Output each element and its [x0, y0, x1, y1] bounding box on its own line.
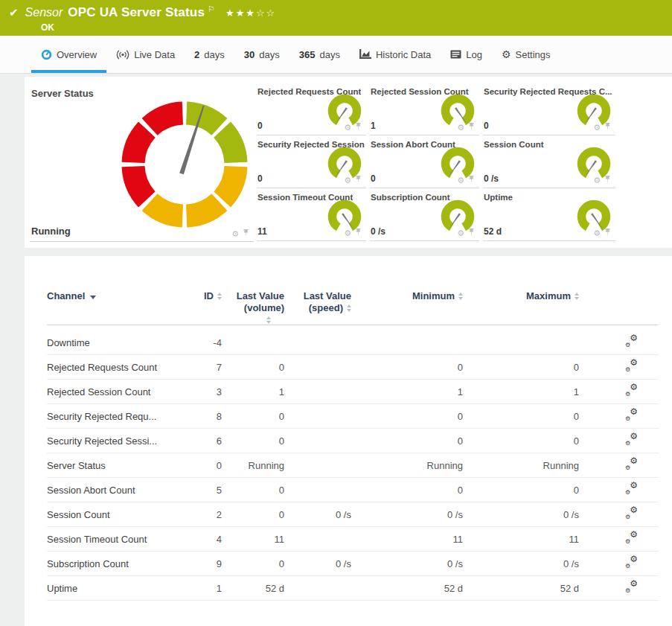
- table-header-row: Channel ID Last Value (volume) Last Valu…: [47, 290, 659, 325]
- gauge-value: 52 d: [484, 226, 502, 237]
- column-header-last-value-volume[interactable]: Last Value (volume): [222, 290, 284, 324]
- gauge-icon: [41, 49, 52, 60]
- tab-log[interactable]: Log: [441, 36, 492, 73]
- gear-icon[interactable]: ⚙: [344, 124, 351, 132]
- object-kind-label: Sensor: [25, 6, 63, 19]
- channel-settings-icon[interactable]: ⚙⚙: [625, 384, 638, 397]
- channel-settings-icon[interactable]: ⚙⚙: [625, 482, 638, 495]
- mini-gauge-grid: Rejected Requests Count 0 ⚙ Rejected Ses…: [257, 83, 615, 241]
- gear-icon: ⚙: [502, 48, 511, 60]
- channel-id: 4: [177, 534, 222, 545]
- maximum-value: 0: [463, 411, 579, 422]
- gear-icon[interactable]: ⚙: [593, 176, 601, 185]
- table-row-subscription-count: Subscription Count 9 0 0 /s 0 /s 0 /s ⚙⚙: [47, 552, 659, 576]
- table-row-uptime: Uptime 1 52 d 52 d 52 d ⚙⚙: [47, 576, 659, 601]
- pin-icon[interactable]: [604, 228, 612, 237]
- panel-corner-icons: ⚙: [593, 175, 612, 185]
- pin-icon[interactable]: [467, 228, 476, 237]
- gauge-panel-rejected-session-count: Rejected Session Count 1 ⚙: [370, 83, 479, 135]
- pin-icon[interactable]: [242, 229, 250, 238]
- gear-icon[interactable]: ⚙: [344, 229, 351, 237]
- channel-settings-icon[interactable]: ⚙⚙: [625, 433, 638, 446]
- column-header-maximum[interactable]: Maximum: [463, 290, 579, 302]
- channel-settings-icon[interactable]: ⚙⚙: [625, 581, 638, 593]
- signal-icon: [116, 50, 129, 60]
- tab-label: Overview: [57, 49, 97, 60]
- table-row-session-abort-count: Session Abort Count 5 0 0 0 ⚙⚙: [47, 478, 659, 502]
- table-row-security-rejected-requests: Security Rejected Requ... 8 0 0 0 ⚙⚙: [47, 404, 659, 429]
- tab-historic-data[interactable]: Historic Data: [350, 36, 441, 73]
- tab-overview[interactable]: Overview: [31, 36, 106, 73]
- last-value-volume: 0: [222, 509, 284, 520]
- minimum-value: 0: [351, 435, 463, 447]
- last-value-volume: 0: [222, 435, 284, 447]
- table-row-rejected-session-count: Rejected Session Count 3 1 1 1 ⚙⚙: [47, 380, 659, 404]
- panel-corner-icons: ⚙: [344, 122, 362, 132]
- channel-id: 1: [177, 583, 222, 594]
- channel-settings-icon[interactable]: ⚙⚙: [625, 409, 638, 421]
- table-row-downtime: Downtime -4 ⚙⚙: [47, 330, 659, 355]
- gear-icon[interactable]: ⚙: [231, 230, 239, 238]
- channel-name: Uptime: [47, 583, 177, 594]
- gauge-panel-subscription-count: Subscription Count 0 /s ⚙: [370, 188, 479, 241]
- panel-corner-icons: ⚙: [344, 228, 362, 237]
- tab-settings[interactable]: ⚙ Settings: [492, 36, 560, 73]
- column-header-minimum[interactable]: Minimum: [351, 290, 463, 302]
- channel-settings-icon[interactable]: ⚙⚙: [625, 556, 638, 569]
- column-header-last-value-speed[interactable]: Last Value (speed): [284, 290, 351, 314]
- column-label: Last Value: [304, 290, 351, 302]
- tab-live-data[interactable]: Live Data: [106, 36, 185, 73]
- tab-30-days[interactable]: 30 days: [234, 36, 289, 73]
- column-label: Minimum: [412, 290, 455, 302]
- gauge-value: 0: [484, 121, 489, 131]
- last-value-speed: 0 /s: [284, 509, 351, 520]
- gear-icon[interactable]: ⚙: [457, 229, 464, 237]
- channel-table: Channel ID Last Value (volume) Last Valu…: [25, 290, 672, 601]
- maximum-value: 52 d: [463, 583, 579, 594]
- pin-icon[interactable]: [604, 122, 612, 132]
- flag-icon[interactable]: ⚐: [208, 4, 215, 14]
- gear-icon[interactable]: ⚙: [457, 124, 464, 132]
- tab-2-days[interactable]: 2 days: [185, 36, 234, 73]
- gear-icon[interactable]: ⚙: [593, 124, 601, 132]
- channel-name: Rejected Session Count: [47, 386, 177, 397]
- sort-icon: [266, 316, 271, 324]
- channel-settings-icon[interactable]: ⚙⚙: [625, 335, 638, 348]
- gauge-title: Session Count: [484, 140, 544, 149]
- server-status-panel: Server Status Running ⚙: [30, 83, 254, 242]
- channel-settings-icon[interactable]: ⚙⚙: [625, 531, 638, 544]
- gauge-panel-uptime: Uptime 52 d ⚙: [483, 188, 615, 241]
- gear-icon[interactable]: ⚙: [593, 229, 601, 237]
- channel-settings-icon[interactable]: ⚙⚙: [625, 458, 638, 470]
- sensor-header-bar: ✔ Sensor OPC UA Server Status ⚐ ★★★☆☆ OK: [0, 0, 672, 36]
- channel-settings-icon[interactable]: ⚙⚙: [625, 360, 638, 372]
- gear-icon[interactable]: ⚙: [457, 176, 464, 185]
- column-label: Channel: [47, 290, 85, 301]
- tab-label: Log: [466, 49, 482, 60]
- channel-name: Downtime: [47, 337, 177, 348]
- channel-id: 2: [177, 509, 222, 520]
- gear-icon[interactable]: ⚙: [344, 176, 351, 185]
- channel-settings-icon[interactable]: ⚙⚙: [625, 507, 638, 520]
- minimum-value: 0 /s: [351, 509, 463, 520]
- pin-icon[interactable]: [467, 175, 476, 185]
- status-ok-check-icon: ✔: [9, 6, 19, 19]
- column-header-id[interactable]: ID: [177, 290, 222, 302]
- gauge-panel-session-abort-count: Session Abort Count 0 ⚙: [370, 135, 479, 188]
- last-value-volume: 0: [222, 485, 284, 496]
- log-icon: [450, 50, 461, 59]
- column-header-channel[interactable]: Channel: [47, 290, 177, 302]
- tab-label: Live Data: [134, 49, 175, 60]
- pin-icon[interactable]: [354, 122, 362, 132]
- priority-stars[interactable]: ★★★☆☆: [225, 7, 276, 19]
- pin-icon[interactable]: [467, 122, 476, 132]
- pin-icon[interactable]: [354, 228, 362, 237]
- maximum-value: 0 /s: [463, 509, 579, 520]
- tab-365-days[interactable]: 365 days: [289, 36, 350, 73]
- pin-icon[interactable]: [354, 175, 362, 185]
- maximum-value: 0: [463, 485, 579, 496]
- channel-name: Rejected Requests Count: [47, 362, 177, 373]
- pin-icon[interactable]: [604, 175, 612, 185]
- column-label: Maximum: [526, 290, 571, 302]
- sensor-title-row: ✔ Sensor OPC UA Server Status ⚐ ★★★☆☆: [0, 0, 672, 20]
